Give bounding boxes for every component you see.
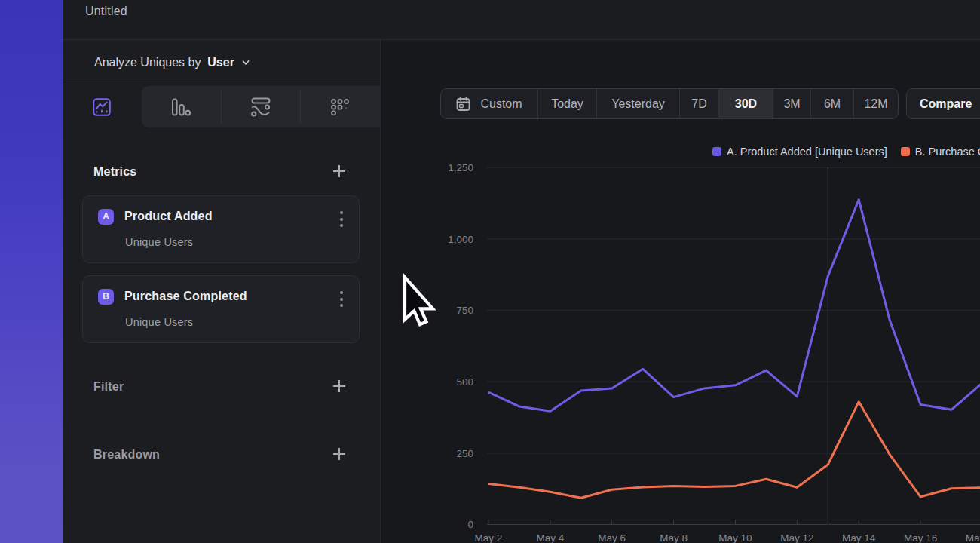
svg-text:May 2: May 2 <box>475 532 503 543</box>
svg-text:500: 500 <box>456 376 473 388</box>
svg-text:May 10: May 10 <box>718 532 752 543</box>
svg-text:May 8: May 8 <box>660 532 688 543</box>
svg-text:May 14: May 14 <box>842 532 876 543</box>
svg-text:May 4: May 4 <box>537 532 565 543</box>
svg-text:May 18: May 18 <box>966 532 980 543</box>
svg-text:750: 750 <box>456 305 473 316</box>
svg-text:0: 0 <box>467 519 473 530</box>
svg-text:May 16: May 16 <box>904 532 937 543</box>
svg-text:1,000: 1,000 <box>448 234 473 245</box>
svg-text:1,250: 1,250 <box>448 162 473 173</box>
svg-text:May 6: May 6 <box>598 532 626 543</box>
svg-text:May 12: May 12 <box>780 532 813 543</box>
svg-text:250: 250 <box>456 448 473 459</box>
